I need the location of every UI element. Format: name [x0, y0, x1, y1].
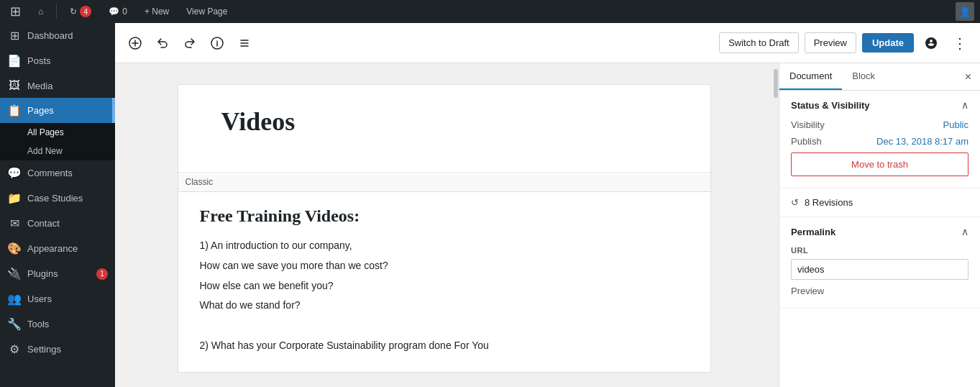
- content-line-2: How can we save you more than we cost?: [200, 258, 689, 275]
- sidebar-item-label-plugins: Plugins: [27, 268, 91, 279]
- url-input[interactable]: [791, 259, 968, 280]
- scroll-thumb: [774, 69, 778, 98]
- wp-logo-icon: ⊞: [10, 4, 21, 19]
- sidebar-item-dashboard[interactable]: ⊞ Dashboard: [0, 23, 115, 48]
- classic-block-toolbar-label: Classic: [178, 173, 710, 192]
- editor-content-area: Videos Classic Free Training Videos: 1) …: [115, 63, 980, 387]
- sidebar-item-label-comments: Comments: [27, 168, 108, 178]
- sidebar-item-settings[interactable]: ⚙ Settings: [0, 337, 115, 362]
- sidebar-item-posts[interactable]: 📄 Posts: [0, 48, 115, 73]
- sidebar-item-add-new[interactable]: Add New: [0, 142, 115, 160]
- plugins-icon: 🔌: [7, 267, 22, 281]
- sidebar-item-label-case-studies: Case Studies: [27, 193, 108, 204]
- permalink-header[interactable]: Permalink ∧: [779, 217, 980, 246]
- admin-bar-comments[interactable]: 💬 0: [104, 0, 132, 23]
- switch-to-draft-button[interactable]: Switch to Draft: [719, 32, 799, 53]
- main-layout: ⊞ Dashboard 📄 Posts 🖼 Media 📋 Pages All …: [0, 23, 980, 387]
- case-studies-icon: 📁: [7, 191, 22, 205]
- users-icon: 👥: [7, 292, 22, 306]
- sidebar-item-appearance[interactable]: 🎨 Appearance: [0, 236, 115, 261]
- sidebar-item-users[interactable]: 👥 Users: [0, 286, 115, 311]
- preview-button[interactable]: Preview: [805, 32, 856, 53]
- classic-block-content[interactable]: Free Training Videos: 1) An introduction…: [178, 192, 710, 372]
- undo-button[interactable]: [151, 32, 174, 55]
- sidebar-item-tools[interactable]: 🔧 Tools: [0, 311, 115, 337]
- list-view-button[interactable]: [233, 32, 256, 55]
- page-title-block: Videos: [178, 85, 710, 173]
- comments-count: 0: [122, 6, 127, 17]
- comments-icon: 💬: [109, 6, 119, 17]
- sidebar-item-contact[interactable]: ✉ Contact: [0, 211, 115, 236]
- status-visibility-header[interactable]: Status & Visibility ∧: [779, 91, 980, 119]
- settings-panel-button[interactable]: [920, 32, 943, 55]
- more-options-button[interactable]: ⋮: [948, 32, 971, 55]
- sidebar-item-label-tools: Tools: [27, 319, 108, 329]
- redo-button[interactable]: [178, 32, 201, 55]
- avatar-icon: 👤: [959, 6, 971, 17]
- content-line-3: How else can we benefit you?: [200, 278, 689, 295]
- sidebar-item-label-appearance: Appearance: [27, 243, 108, 254]
- toolbar-right: Switch to Draft Preview Update ⋮: [719, 32, 971, 55]
- content-heading: Free Training Videos:: [200, 206, 689, 226]
- admin-avatar[interactable]: 👤: [956, 2, 974, 21]
- content-line-6: 2) What has your Corporate Sustainabilit…: [200, 337, 689, 355]
- sidebar-item-label-dashboard: Dashboard: [27, 30, 108, 41]
- tools-icon: 🔧: [7, 317, 22, 331]
- sidebar-item-media[interactable]: 🖼 Media: [0, 73, 115, 98]
- content-line-4: What do we stand for?: [200, 297, 689, 314]
- sidebar-item-pages[interactable]: 📋 Pages: [0, 98, 115, 123]
- page-title[interactable]: Videos: [221, 106, 667, 137]
- contact-icon: ✉: [7, 217, 22, 230]
- dashboard-icon: ⊞: [7, 29, 22, 42]
- add-block-button[interactable]: [124, 32, 147, 55]
- sidebar-item-case-studies[interactable]: 📁 Case Studies: [0, 186, 115, 211]
- page-editor[interactable]: Videos Classic Free Training Videos: 1) …: [115, 63, 773, 387]
- permalink-body: URL Preview: [779, 246, 980, 308]
- visibility-label: Visibility: [791, 119, 825, 130]
- sidebar: ⊞ Dashboard 📄 Posts 🖼 Media 📋 Pages All …: [0, 23, 115, 387]
- editor-scrollbar[interactable]: [773, 63, 779, 387]
- classic-block[interactable]: Classic Free Training Videos: 1) An intr…: [178, 173, 710, 372]
- admin-bar-view-page[interactable]: View Page: [182, 0, 232, 23]
- settings-icon: ⚙: [7, 342, 22, 356]
- sidebar-item-label-settings: Settings: [27, 344, 108, 355]
- sidebar-item-label-pages: Pages: [27, 105, 108, 116]
- publish-date[interactable]: Dec 13, 2018 8:17 am: [876, 136, 968, 147]
- admin-bar-home[interactable]: ⌂: [34, 0, 47, 23]
- revisions-row[interactable]: ↺ 8 Revisions: [779, 188, 980, 217]
- visibility-value[interactable]: Public: [943, 119, 968, 130]
- right-panel-close-button[interactable]: ×: [956, 65, 980, 89]
- visibility-row: Visibility Public: [791, 119, 968, 130]
- comments-nav-icon: 💬: [7, 166, 22, 180]
- tab-block[interactable]: Block: [842, 63, 885, 90]
- move-to-trash-button[interactable]: Move to trash: [791, 152, 968, 176]
- media-icon: 🖼: [7, 79, 22, 92]
- content-line-1: 1) An introduction to our company,: [200, 237, 689, 255]
- posts-icon: 📄: [7, 54, 22, 68]
- permalink-title: Permalink: [791, 227, 835, 237]
- sidebar-item-all-pages[interactable]: All Pages: [0, 123, 115, 142]
- editor-toolbar: Switch to Draft Preview Update ⋮: [115, 23, 980, 63]
- admin-bar-separator: [56, 4, 57, 19]
- sidebar-item-plugins[interactable]: 🔌 Plugins 1: [0, 261, 115, 286]
- update-button[interactable]: Update: [862, 33, 914, 53]
- admin-bar-logo[interactable]: ⊞: [6, 0, 25, 23]
- publish-label: Publish: [791, 136, 822, 147]
- url-label: URL: [791, 246, 968, 255]
- admin-bar-updates[interactable]: ↻ 4: [65, 0, 96, 23]
- admin-bar-right: 👤: [956, 2, 974, 21]
- permalink-preview-label: Preview: [791, 286, 968, 296]
- plugins-badge: 1: [96, 268, 108, 280]
- pages-icon: 📋: [7, 104, 22, 117]
- tab-document[interactable]: Document: [779, 63, 842, 90]
- right-panel: Document Block × Status & Visibility ∧ V: [779, 63, 980, 387]
- info-button[interactable]: [206, 32, 229, 55]
- admin-bar: ⊞ ⌂ ↻ 4 💬 0 + New View Page 👤: [0, 0, 980, 23]
- revisions-label: 8 Revisions: [805, 197, 853, 208]
- admin-bar-new[interactable]: + New: [140, 0, 173, 23]
- content-line-5: [200, 317, 689, 334]
- appearance-icon: 🎨: [7, 242, 22, 255]
- sidebar-item-label-media: Media: [27, 81, 108, 91]
- sidebar-item-comments[interactable]: 💬 Comments: [0, 160, 115, 186]
- revisions-icon: ↺: [791, 197, 799, 208]
